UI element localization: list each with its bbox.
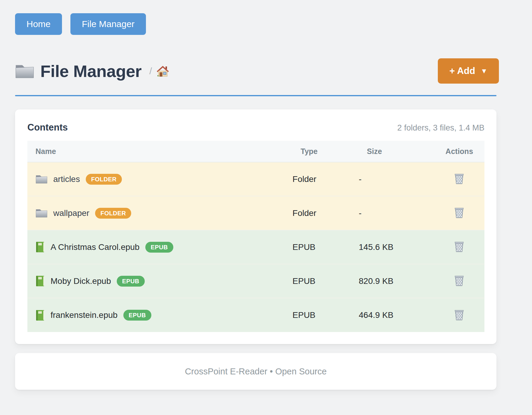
epub-badge: EPUB bbox=[145, 242, 173, 253]
file-link[interactable]: frankenstein.epub bbox=[51, 310, 118, 320]
size-cell: - bbox=[359, 196, 434, 230]
house-icon[interactable] bbox=[156, 65, 169, 77]
delete-button[interactable] bbox=[453, 240, 466, 254]
wastebasket-icon bbox=[454, 275, 464, 286]
add-button[interactable]: + Add ▼ bbox=[438, 58, 499, 84]
add-button-label: + Add bbox=[449, 66, 475, 76]
size-cell: 464.9 KB bbox=[359, 298, 434, 332]
footer-text: CrossPoint E-Reader • Open Source bbox=[185, 367, 326, 377]
folder-badge: FOLDER bbox=[95, 208, 131, 219]
size-cell: 145.6 KB bbox=[359, 230, 434, 264]
table-row-frankenstein: frankenstein.epub EPUB EPUB 464.9 KB bbox=[27, 298, 484, 332]
table-row-moby-dick: Moby Dick.epub EPUB EPUB 820.9 KB bbox=[27, 264, 484, 298]
wastebasket-icon bbox=[454, 241, 464, 252]
file-link[interactable]: A Christmas Carol.epub bbox=[51, 242, 140, 252]
wastebasket-icon bbox=[454, 309, 464, 321]
wastebasket-icon bbox=[454, 207, 464, 218]
column-header-name: Name bbox=[27, 141, 292, 162]
top-nav: Home File Manager bbox=[15, 13, 512, 35]
green-book-icon bbox=[36, 310, 45, 321]
delete-button[interactable] bbox=[453, 308, 466, 323]
page: Home File Manager File Manager / bbox=[0, 0, 512, 390]
green-book-icon bbox=[36, 275, 45, 287]
green-book-icon bbox=[36, 241, 45, 253]
type-cell: Folder bbox=[292, 162, 359, 196]
table-row-articles: articles FOLDER Folder - bbox=[27, 162, 484, 196]
table-header-row: Name Type Size Actions bbox=[27, 141, 484, 162]
contents-card: Contents 2 folders, 3 files, 1.4 MB Name… bbox=[15, 109, 496, 344]
type-cell: EPUB bbox=[292, 298, 359, 332]
size-cell: - bbox=[359, 162, 434, 196]
table-body: articles FOLDER Folder - bbox=[27, 162, 484, 332]
footer-card: CrossPoint E-Reader • Open Source bbox=[15, 353, 496, 390]
nav-home-button[interactable]: Home bbox=[15, 13, 62, 35]
caret-down-icon: ▼ bbox=[481, 67, 487, 75]
type-cell: Folder bbox=[292, 196, 359, 230]
wastebasket-icon bbox=[454, 173, 464, 184]
delete-button[interactable] bbox=[453, 274, 466, 288]
type-cell: EPUB bbox=[292, 230, 359, 264]
folder-link[interactable]: wallpaper bbox=[53, 208, 89, 218]
folder-icon bbox=[36, 208, 48, 218]
breadcrumb: / bbox=[149, 65, 169, 77]
contents-title: Contents bbox=[27, 122, 68, 133]
table-row-wallpaper: wallpaper FOLDER Folder - bbox=[27, 196, 484, 230]
folder-badge: FOLDER bbox=[86, 174, 122, 185]
nav-file-manager-button[interactable]: File Manager bbox=[70, 13, 146, 35]
column-header-size: Size bbox=[359, 141, 434, 162]
column-header-actions: Actions bbox=[434, 141, 484, 162]
epub-badge: EPUB bbox=[123, 310, 151, 321]
column-header-type: Type bbox=[292, 141, 359, 162]
page-title: File Manager bbox=[40, 61, 141, 81]
folder-icon bbox=[15, 63, 34, 79]
size-cell: 820.9 KB bbox=[359, 264, 434, 298]
type-cell: EPUB bbox=[292, 264, 359, 298]
file-table: Name Type Size Actions articles FOLDER bbox=[27, 141, 484, 332]
folder-link[interactable]: articles bbox=[53, 174, 80, 184]
breadcrumb-separator: / bbox=[149, 66, 152, 77]
contents-card-header: Contents 2 folders, 3 files, 1.4 MB bbox=[27, 122, 484, 133]
epub-badge: EPUB bbox=[117, 276, 145, 287]
folder-icon bbox=[36, 174, 48, 184]
page-header: File Manager / + Add ▼ bbox=[15, 58, 499, 84]
contents-summary: 2 folders, 3 files, 1.4 MB bbox=[397, 123, 484, 133]
file-link[interactable]: Moby Dick.epub bbox=[51, 276, 111, 286]
delete-button[interactable] bbox=[453, 172, 466, 186]
delete-button[interactable] bbox=[453, 206, 466, 220]
table-row-christmas-carol: A Christmas Carol.epub EPUB EPUB 145.6 K… bbox=[27, 230, 484, 264]
title-wrap: File Manager bbox=[15, 61, 141, 81]
accent-divider bbox=[15, 95, 496, 96]
